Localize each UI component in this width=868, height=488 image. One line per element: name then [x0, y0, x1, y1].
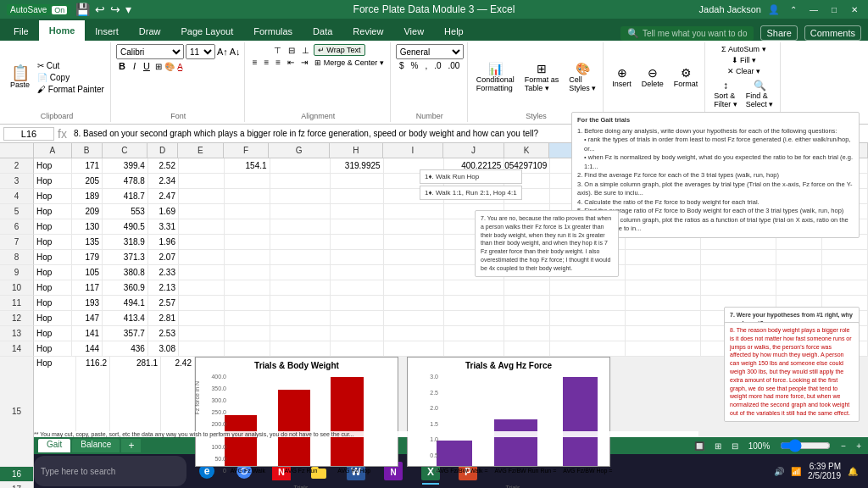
comma-btn[interactable]: ,: [422, 60, 430, 71]
cell-O2[interactable]: [776, 158, 822, 174]
border-btn[interactable]: ⊞: [155, 62, 162, 71]
maximize-btn[interactable]: □: [827, 3, 841, 16]
wrap-text-btn[interactable]: ↵ Wrap Text: [314, 44, 365, 56]
cell-L2[interactable]: 2.015172512: [550, 158, 626, 174]
align-left-btn[interactable]: ≡: [250, 57, 260, 68]
fill-btn[interactable]: ⬇ Fill ▾: [729, 55, 760, 65]
align-top-btn[interactable]: ⊤: [271, 44, 284, 56]
close-btn[interactable]: ✕: [848, 3, 861, 16]
taskbar-notification[interactable]: 🔔: [848, 467, 858, 476]
col-header-F[interactable]: F: [224, 143, 270, 158]
cut-btn[interactable]: ✂ Cut: [35, 60, 107, 71]
clear-btn[interactable]: ✕ Clear ▾: [725, 66, 764, 76]
col-header-J[interactable]: J: [443, 143, 504, 158]
page-layout-btn[interactable]: ⊞: [715, 441, 721, 451]
redo-icon[interactable]: ↪: [110, 3, 120, 16]
col-header-N[interactable]: N: [701, 143, 776, 158]
increase-decimal-btn[interactable]: .0: [431, 60, 443, 71]
cell-F2[interactable]: 154.1: [225, 158, 270, 174]
more-icon[interactable]: ▾: [125, 3, 131, 16]
tab-formulas[interactable]: Formulas: [243, 22, 303, 41]
col-header-H[interactable]: H: [330, 143, 383, 158]
cell-H2[interactable]: 319.9925: [331, 158, 384, 174]
tab-home[interactable]: Home: [39, 20, 86, 41]
decrease-indent-btn[interactable]: ⇤: [285, 57, 297, 68]
save-icon[interactable]: 💾: [75, 3, 90, 16]
col-header-M[interactable]: M: [626, 143, 701, 158]
formula-input[interactable]: 8. Based on your second graph which play…: [70, 128, 865, 139]
paste-btn[interactable]: 📋 Paste: [7, 64, 33, 91]
copy-btn[interactable]: 📄 Copy: [35, 72, 107, 83]
cell-D2[interactable]: 2.52: [148, 158, 179, 174]
col-header-G[interactable]: G: [269, 143, 330, 158]
align-center-btn[interactable]: ≡: [261, 57, 271, 68]
format-cells-btn[interactable]: ⚙ Format: [670, 64, 702, 90]
cell-J2[interactable]: 400.22125: [444, 158, 504, 174]
tab-gait[interactable]: Gait: [38, 439, 70, 452]
undo-icon[interactable]: ↩: [95, 3, 105, 16]
col-header-O[interactable]: O: [777, 143, 823, 158]
ribbon-collapse-btn[interactable]: ⌃: [787, 3, 800, 16]
cell-C2[interactable]: 399.4: [103, 158, 148, 174]
tab-file[interactable]: File: [3, 22, 39, 41]
font-family-select[interactable]: Calibri: [116, 44, 184, 59]
tab-review[interactable]: Review: [342, 22, 393, 41]
cell-G2[interactable]: [270, 158, 331, 174]
zoom-in-icon[interactable]: +: [856, 441, 861, 451]
tab-draw[interactable]: Draw: [129, 22, 171, 41]
cell-K2[interactable]: 1.054297109: [504, 158, 550, 174]
font-decrease-btn[interactable]: A↓: [230, 47, 241, 57]
conditional-formatting-btn[interactable]: 📊 ConditionalFormatting: [473, 60, 518, 94]
tab-view[interactable]: View: [393, 22, 434, 41]
comments-btn[interactable]: Comments: [804, 25, 861, 41]
share-btn[interactable]: Share: [760, 25, 797, 41]
number-format-select[interactable]: General: [396, 44, 464, 59]
tab-pagelayout[interactable]: Page Layout: [170, 22, 243, 41]
underline-btn[interactable]: U: [141, 60, 153, 72]
cell-styles-btn[interactable]: 🎨 CellStyles ▾: [565, 60, 599, 94]
col-header-A[interactable]: A: [34, 143, 72, 158]
cell-reference-box[interactable]: L16: [3, 127, 54, 141]
align-bottom-btn[interactable]: ⊥: [299, 44, 312, 56]
format-painter-btn[interactable]: 🖌 Format Painter: [35, 84, 107, 95]
tab-insert[interactable]: Insert: [85, 22, 129, 41]
col-header-L[interactable]: L: [549, 143, 625, 158]
cell-M2[interactable]: [626, 158, 701, 174]
decrease-decimal-btn[interactable]: .00: [446, 60, 463, 71]
autosum-btn[interactable]: Σ AutoSum ▾: [719, 44, 769, 54]
search-box[interactable]: 🔍 Tell me what you want to do: [620, 26, 754, 41]
cell-I2[interactable]: [384, 158, 444, 174]
cell-P2[interactable]: [822, 158, 868, 174]
autosave-indicator[interactable]: AutoSave On: [7, 4, 70, 15]
align-middle-btn[interactable]: ⊟: [286, 44, 298, 56]
col-header-B[interactable]: B: [72, 143, 103, 158]
font-color-btn[interactable]: A̲: [177, 62, 183, 71]
col-header-I[interactable]: I: [383, 143, 444, 158]
italic-btn[interactable]: I: [131, 60, 138, 72]
delete-cells-btn[interactable]: ⊖ Delete: [638, 64, 667, 90]
find-select-btn[interactable]: 🔍 Find &Select ▾: [743, 78, 777, 110]
normal-view-btn[interactable]: ⊟: [732, 441, 738, 451]
currency-btn[interactable]: $: [397, 60, 407, 71]
col-header-P[interactable]: P: [822, 143, 868, 158]
col-header-D[interactable]: D: [147, 143, 178, 158]
tab-balance[interactable]: Balance: [72, 439, 120, 452]
col-header-E[interactable]: E: [178, 143, 224, 158]
align-right-btn[interactable]: ≡: [273, 57, 283, 68]
bold-btn[interactable]: B: [116, 60, 128, 72]
tab-data[interactable]: Data: [303, 22, 342, 41]
cell-E2[interactable]: [179, 158, 225, 174]
cell-A2[interactable]: Hop: [34, 158, 72, 174]
col-header-K[interactable]: K: [504, 143, 550, 158]
sort-filter-btn[interactable]: ↕ Sort &Filter ▾: [710, 78, 741, 110]
search-taskbar-btn[interactable]: Type here to search: [34, 456, 186, 486]
minimize-btn[interactable]: —: [807, 3, 821, 16]
fill-color-btn[interactable]: 🎨: [164, 62, 175, 71]
tab-help[interactable]: Help: [434, 22, 474, 41]
percent-btn[interactable]: %: [409, 60, 421, 71]
format-as-table-btn[interactable]: ⊞ Format asTable ▾: [521, 60, 563, 94]
col-header-C[interactable]: C: [103, 143, 148, 158]
cell-N2[interactable]: 2.577390024: [701, 158, 776, 174]
font-increase-btn[interactable]: A↑: [217, 47, 228, 57]
merge-center-btn[interactable]: ⊞ Merge & Center ▾: [312, 57, 387, 68]
